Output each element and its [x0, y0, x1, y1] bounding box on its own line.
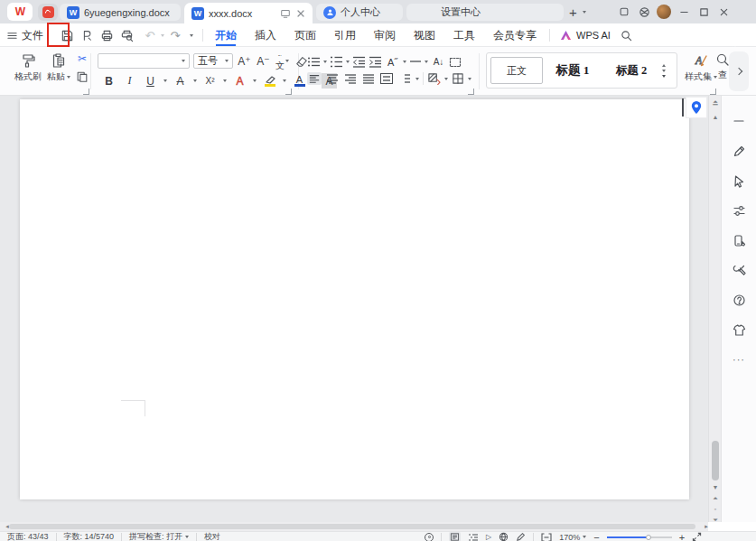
- maximize-button[interactable]: [694, 2, 714, 22]
- minimize-button[interactable]: [674, 2, 694, 22]
- scroll-down-icon[interactable]: ▼: [709, 484, 722, 490]
- increase-indent-icon[interactable]: [369, 56, 382, 68]
- bold-button[interactable]: B: [101, 73, 117, 89]
- scroll-top-icon[interactable]: ⏶▔: [709, 98, 722, 111]
- export-pdf-button[interactable]: [78, 26, 96, 44]
- horizontal-scrollbar[interactable]: ◂ ▸: [0, 522, 708, 531]
- read-mode-icon[interactable]: ▷: [486, 533, 491, 541]
- styles-dialog-launcher[interactable]: [710, 89, 716, 95]
- scroll-up-icon[interactable]: ▲: [709, 114, 722, 120]
- select-cursor-icon[interactable]: [728, 170, 750, 191]
- more-tools-icon[interactable]: ···: [728, 349, 750, 370]
- borders-icon[interactable]: [452, 72, 464, 85]
- styles-up-icon[interactable]: [662, 64, 666, 67]
- zoom-level[interactable]: 170%: [559, 533, 586, 541]
- user-avatar[interactable]: [654, 2, 674, 22]
- ribbon-tab-member[interactable]: 会员专享: [490, 23, 539, 47]
- styles-down-icon[interactable]: [662, 70, 666, 72]
- spellcheck-toggle[interactable]: 拼写检查: 打开: [129, 531, 189, 541]
- browse-object-icon[interactable]: ▫: [709, 506, 722, 512]
- justify-icon[interactable]: [361, 72, 376, 85]
- direction-chevron-icon[interactable]: [425, 61, 428, 63]
- print-button[interactable]: [98, 26, 116, 44]
- zoom-in-button[interactable]: +: [679, 535, 685, 540]
- phone-transfer-icon[interactable]: [728, 229, 750, 251]
- show-marks-icon[interactable]: [449, 57, 462, 68]
- numbered-chevron-icon[interactable]: [346, 61, 350, 63]
- styles-more-icon[interactable]: [662, 75, 666, 78]
- search-button[interactable]: [618, 26, 636, 44]
- copy-button[interactable]: [76, 70, 89, 83]
- previous-page-icon[interactable]: ⏶: [709, 495, 722, 501]
- shading-chevron-icon[interactable]: [444, 78, 448, 80]
- decrease-indent-icon[interactable]: [352, 56, 366, 68]
- fit-page-icon[interactable]: [541, 533, 552, 541]
- bullet-list-icon[interactable]: [307, 56, 321, 68]
- highlight-chevron-icon[interactable]: [283, 79, 286, 82]
- workspace-icon[interactable]: [614, 2, 634, 22]
- edit-pen-icon[interactable]: [728, 140, 750, 162]
- outline-view-icon[interactable]: [468, 533, 479, 541]
- highlight-button[interactable]: [262, 73, 277, 89]
- close-tab-icon[interactable]: [296, 9, 305, 18]
- paste-button[interactable]: 粘贴: [47, 52, 70, 83]
- pinyin-guide-button[interactable]: ˇˋ文: [275, 53, 290, 69]
- shrink-font-button[interactable]: A⁻: [256, 53, 271, 69]
- text-tool-button[interactable]: A˝: [385, 54, 400, 70]
- doc-tab-xxxx[interactable]: W xxxx.docx: [184, 3, 313, 23]
- shading-icon[interactable]: [427, 72, 441, 85]
- font-dialog-launcher[interactable]: [285, 89, 292, 95]
- cut-button[interactable]: ✂: [78, 52, 87, 65]
- file-menu[interactable]: 文件: [7, 28, 51, 43]
- wps-logo[interactable]: W: [7, 3, 33, 21]
- monitor-icon[interactable]: [280, 8, 291, 19]
- ribbon-tab-home[interactable]: 开始: [212, 23, 239, 47]
- properties-sliders-icon[interactable]: [728, 200, 750, 221]
- clipboard-dialog-launcher[interactable]: [83, 89, 89, 95]
- zoom-slider[interactable]: [607, 533, 672, 541]
- next-page-icon[interactable]: ⏷: [709, 517, 722, 523]
- tab-settings-center[interactable]: 设置中心: [406, 4, 564, 21]
- quickbar-chevron-icon[interactable]: [190, 34, 193, 37]
- globe-icon[interactable]: [634, 2, 654, 22]
- zoom-out-button[interactable]: −: [593, 535, 599, 540]
- location-pin-button[interactable]: [686, 97, 707, 118]
- text-tool-chevron-icon[interactable]: [403, 61, 406, 63]
- undo-button[interactable]: ↶: [141, 26, 159, 44]
- strikethrough-button[interactable]: A: [173, 73, 188, 89]
- numbered-list-icon[interactable]: [330, 56, 343, 68]
- save-button[interactable]: [58, 26, 76, 44]
- ribbon-tab-insert[interactable]: 插入: [252, 23, 279, 47]
- page-view-icon[interactable]: [449, 532, 461, 541]
- repair-tools-icon[interactable]: [728, 259, 750, 281]
- style-normal[interactable]: 正文: [490, 57, 543, 84]
- scroll-right-icon[interactable]: ▸: [700, 523, 713, 529]
- ribbon-tab-view[interactable]: 视图: [411, 23, 438, 47]
- strike-chevron-icon[interactable]: [193, 79, 197, 82]
- borders-chevron-icon[interactable]: [468, 78, 471, 80]
- align-center-icon[interactable]: [325, 72, 340, 85]
- web-view-icon[interactable]: [499, 532, 509, 541]
- slider-handle[interactable]: [646, 535, 651, 540]
- text-direction-icon[interactable]: [409, 57, 422, 67]
- eye-protect-icon[interactable]: [425, 533, 434, 541]
- tab-personal-center[interactable]: 个人中心: [316, 4, 403, 21]
- underline-button[interactable]: U: [143, 73, 158, 89]
- ribbon-tab-tools[interactable]: 工具: [451, 23, 478, 47]
- find-button[interactable]: 查: [716, 52, 729, 81]
- redo-button[interactable]: ↷: [166, 26, 184, 44]
- fullscreen-icon[interactable]: [692, 532, 702, 541]
- ribbon-tab-review[interactable]: 审阅: [371, 23, 398, 47]
- word-count[interactable]: 字数: 14/5740: [64, 531, 115, 541]
- italic-button[interactable]: I: [122, 73, 137, 89]
- undo-chevron-icon[interactable]: [161, 34, 164, 37]
- align-left-icon[interactable]: [307, 72, 322, 85]
- ink-pen-icon[interactable]: [516, 532, 526, 541]
- style-heading2[interactable]: 标题 2: [602, 63, 660, 79]
- spacing-chevron-icon[interactable]: [415, 78, 419, 80]
- distribute-icon[interactable]: [379, 72, 394, 85]
- proofread-button[interactable]: 校对: [204, 531, 220, 541]
- ribbon-expand-button[interactable]: [729, 51, 749, 91]
- format-painter-button[interactable]: 格式刷: [14, 52, 42, 83]
- close-window-button[interactable]: [714, 2, 733, 22]
